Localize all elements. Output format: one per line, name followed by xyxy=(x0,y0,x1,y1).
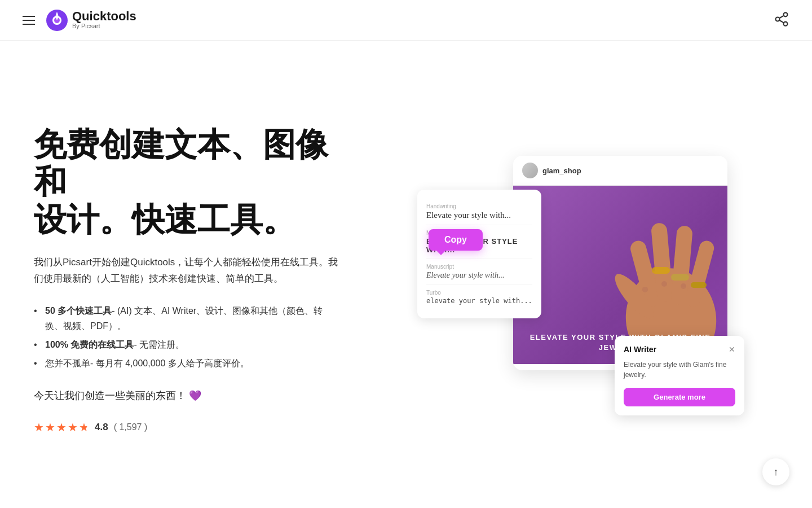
share-icon[interactable] xyxy=(774,11,789,29)
ai-writer-text: Elevate your style with Glam's fine jewe… xyxy=(624,360,735,380)
logo-icon xyxy=(46,10,68,31)
logo[interactable]: Quicktools By Picsart xyxy=(46,10,136,31)
svg-point-18 xyxy=(661,281,667,287)
copy-button[interactable]: Copy xyxy=(429,229,483,251)
star-5: ★ xyxy=(79,421,89,434)
star-2: ★ xyxy=(45,421,55,434)
hero-left: 免费创建文本、图像和设计。快速工具。 我们从Picsart开始创建Quickto… xyxy=(34,126,361,435)
hero-cta: 今天让我们创造一些美丽的东西！ 💜 xyxy=(34,389,338,402)
ai-writer-card: AI Writer ✕ Elevate your style with Glam… xyxy=(615,336,744,415)
ai-card-header: AI Writer ✕ xyxy=(624,345,735,354)
svg-point-19 xyxy=(681,283,686,289)
svg-rect-15 xyxy=(671,274,689,281)
card-username: glam_shop xyxy=(542,167,581,175)
font-turbo: Turbo elevate your style with... xyxy=(426,285,532,309)
ai-generate-button[interactable]: Generate more xyxy=(624,388,735,406)
hero-bullets: 50 多个快速工具- (AI) 文本、AI Writer、设计、图像和其他（颜色… xyxy=(34,303,338,371)
hero-title: 免费创建文本、图像和设计。快速工具。 xyxy=(34,126,338,239)
header: Quicktools By Picsart xyxy=(0,0,812,41)
hamburger-menu[interactable] xyxy=(23,16,35,25)
bullet-3: 您并不孤单- 每月有 4,000,000 多人给予高度评价。 xyxy=(34,356,338,371)
main-content: 免费创建文本、图像和设计。快速工具。 我们从Picsart开始创建Quickto… xyxy=(0,41,812,508)
star-3: ★ xyxy=(56,421,67,434)
font-manuscript: Manuscript Elevate your style with... xyxy=(426,259,532,285)
svg-rect-16 xyxy=(691,282,707,288)
bullet-1: 50 多个快速工具- (AI) 文本、AI Writer、设计、图像和其他（颜色… xyxy=(34,303,338,334)
header-left: Quicktools By Picsart xyxy=(23,10,136,31)
star-1: ★ xyxy=(34,421,44,434)
ai-close-button[interactable]: ✕ xyxy=(729,345,735,354)
card-avatar xyxy=(522,163,538,178)
svg-line-6 xyxy=(779,20,784,23)
card-header: glam_shop xyxy=(513,156,727,186)
font-options-card: Handwriting Elevate your style with... M… xyxy=(417,190,541,318)
font-handwriting: Handwriting Elevate your style with... xyxy=(426,199,532,225)
scroll-to-top-button[interactable]: ↑ xyxy=(762,458,789,485)
svg-line-7 xyxy=(779,15,784,18)
rating-count: ( 1,597 ) xyxy=(114,422,148,432)
hero-right: Copy Handwriting Elevate your style with… xyxy=(361,133,778,427)
rating-score: 4.8 xyxy=(95,422,108,433)
svg-rect-14 xyxy=(652,267,670,274)
svg-point-17 xyxy=(642,287,648,292)
illustration: Copy Handwriting Elevate your style with… xyxy=(412,133,727,427)
rating-row: ★ ★ ★ ★ ★ 4.8 ( 1,597 ) xyxy=(34,421,338,434)
ai-writer-title: AI Writer xyxy=(624,345,656,354)
hero-description: 我们从Picsart开始创建Quicktools，让每个人都能轻松使用在线工具。… xyxy=(34,255,338,287)
bullet-2: 100% 免费的在线工具- 无需注册。 xyxy=(34,337,338,352)
star-rating: ★ ★ ★ ★ ★ xyxy=(34,421,89,434)
logo-text: Quicktools By Picsart xyxy=(72,10,136,30)
star-4: ★ xyxy=(68,421,78,434)
